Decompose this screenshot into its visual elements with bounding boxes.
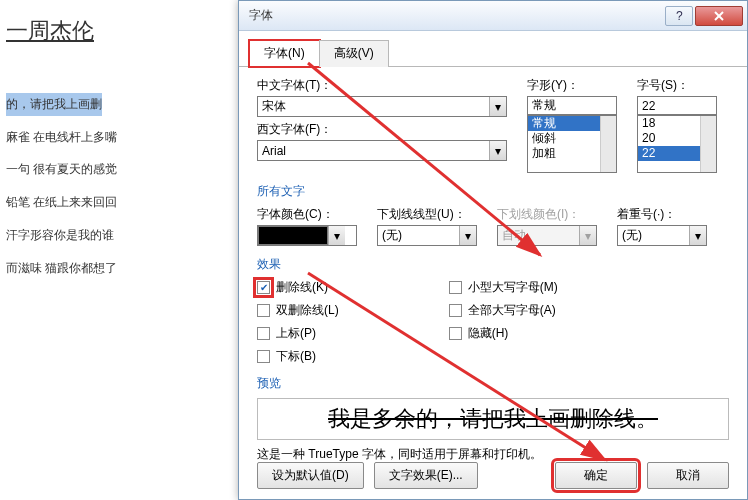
emphasis-combo[interactable]: (无)▾ <box>617 225 707 246</box>
section-preview: 预览 <box>257 375 729 392</box>
western-font-combo[interactable]: Arial ▾ <box>257 140 507 161</box>
checkbox-hidden[interactable]: 隐藏(H) <box>449 325 558 342</box>
close-button[interactable] <box>695 6 743 26</box>
set-default-button[interactable]: 设为默认值(D) <box>257 462 364 489</box>
underline-color-combo: 自动▾ <box>497 225 597 246</box>
checkbox-icon <box>449 304 462 317</box>
label-font-color: 字体颜色(C)： <box>257 206 357 223</box>
doc-line: 而滋味 猫跟你都想了 <box>6 257 234 280</box>
title-bar: 字体 ? <box>239 1 747 31</box>
chevron-down-icon: ▾ <box>579 226 596 245</box>
checkbox-icon <box>257 304 270 317</box>
font-color-combo[interactable]: ▾ <box>257 225 357 246</box>
label-emphasis: 着重号(·)： <box>617 206 707 223</box>
svg-text:?: ? <box>676 11 683 21</box>
style-listbox[interactable]: 常规 倾斜 加粗 <box>527 115 617 173</box>
checkbox-icon <box>449 281 462 294</box>
cancel-button[interactable]: 取消 <box>647 462 729 489</box>
button-bar: 设为默认值(D) 文字效果(E)... 确定 取消 <box>239 462 747 489</box>
chinese-font-combo[interactable]: 宋体 ▾ <box>257 96 507 117</box>
label-chinese-font: 中文字体(T)： <box>257 77 507 94</box>
checkbox-all-caps[interactable]: 全部大写字母(A) <box>449 302 558 319</box>
doc-title: 一周杰伦 <box>6 10 234 52</box>
chevron-down-icon: ▾ <box>489 141 506 160</box>
text-effects-button[interactable]: 文字效果(E)... <box>374 462 478 489</box>
help-button[interactable]: ? <box>665 6 693 26</box>
preview-box: 我是多余的，请把我上画删除线。 <box>257 398 729 440</box>
checkbox-small-caps[interactable]: 小型大写字母(M) <box>449 279 558 296</box>
size-listbox[interactable]: 18 20 22 <box>637 115 717 173</box>
ok-button[interactable]: 确定 <box>555 462 637 489</box>
scrollbar[interactable] <box>600 116 616 172</box>
checkbox-superscript[interactable]: 上标(P) <box>257 325 339 342</box>
underline-combo[interactable]: (无)▾ <box>377 225 477 246</box>
selected-text: 的，请把我上画删 <box>6 93 102 116</box>
chevron-down-icon: ▾ <box>689 226 706 245</box>
scrollbar[interactable] <box>700 116 716 172</box>
checkbox-icon <box>257 350 270 363</box>
style-input[interactable]: 常规 <box>527 96 617 115</box>
chevron-down-icon: ▾ <box>459 226 476 245</box>
doc-line: 铅笔 在纸上来来回回 <box>6 191 234 214</box>
document-background: 一周杰伦 的，请把我上画删 麻雀 在电线杆上多嘴 一句 很有夏天的感觉 铅笔 在… <box>0 0 240 500</box>
label-style: 字形(Y)： <box>527 77 617 94</box>
checkbox-double-strike[interactable]: 双删除线(L) <box>257 302 339 319</box>
label-western-font: 西文字体(F)： <box>257 121 507 138</box>
color-swatch <box>258 226 328 245</box>
checkbox-icon <box>257 327 270 340</box>
checkbox-subscript[interactable]: 下标(B) <box>257 348 339 365</box>
chevron-down-icon: ▾ <box>489 97 506 116</box>
doc-line: 一句 很有夏天的感觉 <box>6 158 234 181</box>
preview-note: 这是一种 TrueType 字体，同时适用于屏幕和打印机。 <box>257 446 729 463</box>
label-underline-color: 下划线颜色(I)： <box>497 206 597 223</box>
tab-strip: 字体(N) 高级(V) <box>239 31 747 67</box>
section-effects: 效果 <box>257 256 729 273</box>
section-all-text: 所有文字 <box>257 183 729 200</box>
doc-line: 汗字形容你是我的谁 <box>6 224 234 247</box>
label-underline: 下划线线型(U)： <box>377 206 477 223</box>
label-size: 字号(S)： <box>637 77 717 94</box>
checkbox-icon <box>449 327 462 340</box>
doc-line: 麻雀 在电线杆上多嘴 <box>6 126 234 149</box>
checkbox-strikethrough[interactable]: ✔删除线(K) <box>257 279 339 296</box>
font-dialog: 字体 ? 字体(N) 高级(V) 中文字体(T)： 宋体 ▾ 西文字体(F)： … <box>238 0 748 500</box>
tab-font[interactable]: 字体(N) <box>249 40 320 67</box>
size-input[interactable]: 22 <box>637 96 717 115</box>
chevron-down-icon: ▾ <box>328 226 345 245</box>
dialog-title: 字体 <box>243 7 663 24</box>
checkbox-icon: ✔ <box>257 281 270 294</box>
tab-advanced[interactable]: 高级(V) <box>319 40 389 67</box>
